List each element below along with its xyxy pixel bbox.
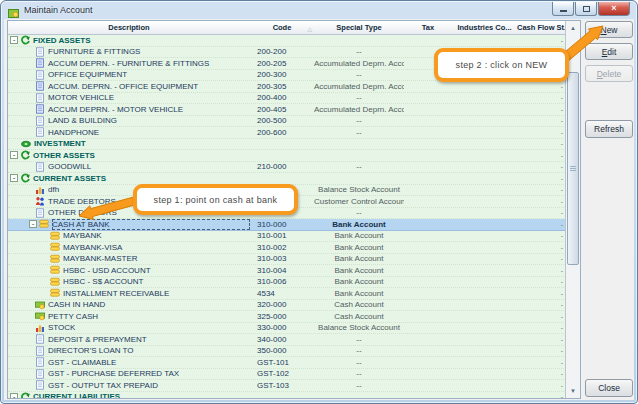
tree-indent xyxy=(8,86,35,87)
code-cell: 200-405 xyxy=(250,105,314,114)
cash-flow-cell: - xyxy=(517,347,566,354)
table-row[interactable]: GST - CLAIMABLEGST-101--- xyxy=(8,357,566,369)
special-type-cell: -- xyxy=(314,162,404,171)
cash-flow-cell: - xyxy=(517,83,566,90)
money-icon xyxy=(39,219,49,229)
table-row[interactable]: GOODWILL210-000--- xyxy=(8,162,566,174)
refresh-button[interactable]: Refresh xyxy=(585,120,633,138)
table-row[interactable]: -OTHER ASSETS- xyxy=(8,150,566,162)
app-icon xyxy=(8,5,19,16)
scroll-down-icon[interactable]: ▼ xyxy=(567,385,579,397)
collapse-icon[interactable]: - xyxy=(29,220,37,228)
table-row[interactable]: MAYBANK310-001Bank Account- xyxy=(8,231,566,243)
row-label-wrap: MOTOR VEHICLE xyxy=(48,93,250,104)
row-label: MOTOR VEHICLE xyxy=(48,93,114,102)
table-row[interactable]: CASH IN HAND320-000Cash Account- xyxy=(8,300,566,312)
cash-flow-cell: - xyxy=(517,393,566,398)
description-cell: MAYBANK-MASTER xyxy=(8,254,250,265)
row-label-wrap: OTHER ASSETS xyxy=(33,150,250,161)
column-header-cash-flow[interactable]: Cash Flow St... xyxy=(517,23,566,32)
column-header-code[interactable]: Code△ xyxy=(250,23,314,32)
code-cell: 310-002 xyxy=(250,243,314,252)
close-window-button[interactable]: × xyxy=(598,2,630,16)
column-header-tax[interactable]: Tax xyxy=(404,23,452,32)
row-label: dfh xyxy=(48,185,59,194)
table-row[interactable]: HSBC - S$ ACCOUNT310-006Bank Account- xyxy=(8,277,566,289)
row-label-wrap: MAYBANK-MASTER xyxy=(63,254,250,265)
table-row[interactable]: -CASH AT BANK310-000Bank Account- xyxy=(8,219,566,231)
code-cell: 350-000 xyxy=(250,346,314,355)
tree-indent xyxy=(8,373,35,374)
collapse-icon[interactable]: - xyxy=(10,36,18,44)
description-cell: DIRECTOR'S LOAN TO xyxy=(8,346,250,357)
table-row[interactable]: LAND & BUILDING200-500--- xyxy=(8,116,566,128)
table-row[interactable]: -FIXED ASSETS- xyxy=(8,35,566,47)
row-label: LAND & BUILDING xyxy=(48,116,117,125)
table-row[interactable]: -CURRENT LIABILITIES- xyxy=(8,392,566,399)
table-row[interactable]: MOTOR VEHICLE200-400--- xyxy=(8,93,566,105)
row-label: PETTY CASH xyxy=(48,312,98,321)
scrollbar-thumb[interactable] xyxy=(567,72,579,265)
description-cell: DEPOSIT & PREPAYMENT xyxy=(8,334,250,345)
table-row[interactable]: GST - PURCHASE DEFERRED TAXGST-102--- xyxy=(8,369,566,381)
chart-icon xyxy=(35,323,45,333)
row-label: GST - PURCHASE DEFERRED TAX xyxy=(48,369,179,378)
cash-flow-cell: - xyxy=(517,255,566,262)
special-type-cell: -- xyxy=(314,47,404,56)
table-row[interactable]: STOCK330-000Balance Stock Account- xyxy=(8,323,566,335)
table-row[interactable]: PETTY CASH325-000Cash Account- xyxy=(8,311,566,323)
step1-callout: step 1: point on cash at bank xyxy=(133,184,298,215)
delete-button[interactable]: Delete xyxy=(585,65,633,82)
description-cell: CASH IN HAND xyxy=(8,300,250,311)
table-row[interactable]: ACCUM. DEPRN. - OFFICE EQUIPMENT200-305A… xyxy=(8,81,566,93)
row-label: ACCUM. DEPRN. - OFFICE EQUIPMENT xyxy=(48,82,198,91)
table-row[interactable]: DEPOSIT & PREPAYMENT340-000--- xyxy=(8,334,566,346)
tree-indent xyxy=(8,120,35,121)
table-row[interactable]: GST - OUTPUT TAX PREPAIDGST-103--- xyxy=(8,380,566,392)
maximize-button[interactable] xyxy=(575,2,597,16)
description-cell: ACCUM DEPRN. - FURNITURE & FITTINGS xyxy=(8,58,250,69)
row-label: HANDPHONE xyxy=(48,128,99,137)
minimize-button[interactable] xyxy=(552,2,574,16)
tree-indent xyxy=(8,74,35,75)
cash-flow-cell: - xyxy=(517,359,566,366)
row-label: MAYBANK xyxy=(63,231,102,240)
code-cell: 330-000 xyxy=(250,323,314,332)
table-row[interactable]: -CURRENT ASSETS- xyxy=(8,173,566,185)
column-header-industries[interactable]: Industries Co... xyxy=(452,23,517,32)
table-row[interactable]: INVESTMENT- xyxy=(8,139,566,151)
cash-flow-cell: - xyxy=(517,175,566,182)
document-icon xyxy=(35,346,45,356)
row-label: OTHER ASSETS xyxy=(33,151,95,160)
cash-flow-cell: - xyxy=(517,152,566,159)
title-bar: Maintain Account × xyxy=(1,1,637,19)
row-label-wrap: GST - PURCHASE DEFERRED TAX xyxy=(48,369,250,380)
collapse-icon[interactable]: - xyxy=(10,151,18,159)
table-row[interactable]: DIRECTOR'S LOAN TO350-000--- xyxy=(8,346,566,358)
row-label-wrap: ACCUM DEPRN. - FURNITURE & FITTINGS xyxy=(48,58,250,69)
table-row[interactable]: HSBC - USD ACCOUNT310-004Bank Account- xyxy=(8,265,566,277)
column-header-description[interactable]: Description xyxy=(8,23,250,32)
table-row[interactable]: MAYBANK-VISA310-002Bank Account- xyxy=(8,242,566,254)
document-icon xyxy=(35,380,45,390)
row-label-wrap: GST - OUTPUT TAX PREPAID xyxy=(48,380,250,391)
row-label: MAYBANK-MASTER xyxy=(63,254,138,263)
table-row[interactable]: HANDPHONE200-600--- xyxy=(8,127,566,139)
table-row[interactable]: MAYBANK-MASTER310-003Bank Account- xyxy=(8,254,566,266)
money-icon xyxy=(50,242,60,252)
new-button[interactable]: New xyxy=(585,21,633,38)
collapse-icon[interactable]: - xyxy=(10,393,18,398)
code-cell: 310-000 xyxy=(250,220,314,229)
scroll-up-icon[interactable]: ▲ xyxy=(567,22,579,34)
close-button[interactable]: Close xyxy=(585,379,633,397)
table-row[interactable]: ACCUM DEPRN. - MOTOR VEHICLE200-405Accum… xyxy=(8,104,566,116)
table-row[interactable]: INSTALLMENT RECEIVABLE4534Bank Account- xyxy=(8,288,566,300)
row-label-wrap: FIXED ASSETS xyxy=(33,35,250,46)
edit-button[interactable]: Edit xyxy=(585,43,633,60)
description-cell: MAYBANK xyxy=(8,231,250,242)
code-cell: 200-300 xyxy=(250,70,314,79)
special-type-cell: Bank Account xyxy=(314,277,404,286)
column-header-special-type[interactable]: Special Type xyxy=(314,23,404,32)
collapse-icon[interactable]: - xyxy=(10,174,18,182)
special-type-cell: Bank Account xyxy=(314,289,404,298)
